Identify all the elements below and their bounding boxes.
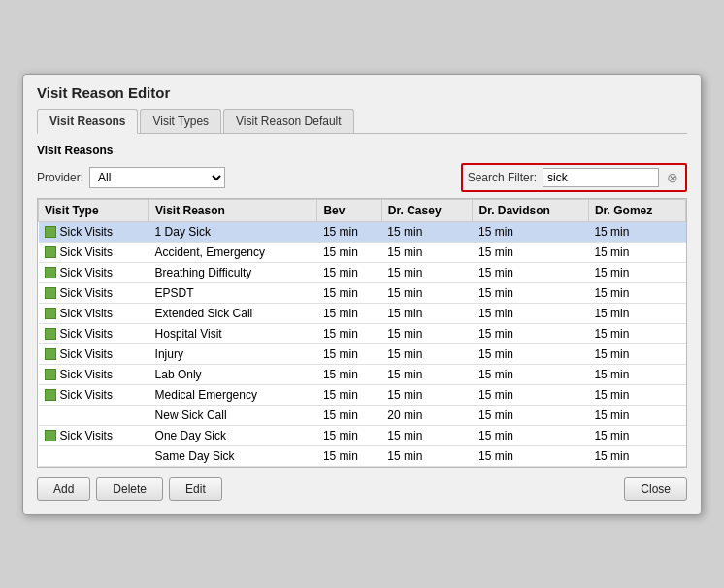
cell-bev: 15 min xyxy=(317,364,381,384)
cell-gomez: 15 min xyxy=(588,445,685,466)
col-visit-reason: Visit Reason xyxy=(149,199,317,221)
cell-gomez: 15 min xyxy=(588,242,685,262)
cell-davidson: 15 min xyxy=(473,303,588,323)
tab-visit-reasons[interactable]: Visit Reasons xyxy=(37,109,138,134)
table-row[interactable]: Same Day Sick15 min15 min15 min15 min xyxy=(39,445,686,466)
cell-bev: 15 min xyxy=(317,425,381,445)
col-casey: Dr. Casey xyxy=(381,199,473,221)
table-row[interactable]: Sick VisitsLab Only15 min15 min15 min15 … xyxy=(39,364,686,384)
visit-type-color-box xyxy=(45,287,56,299)
visit-type-label: Sick Visits xyxy=(60,368,113,381)
cell-bev: 15 min xyxy=(317,323,381,343)
cell-davidson: 15 min xyxy=(473,364,588,384)
cell-casey: 15 min xyxy=(381,303,473,323)
cell-davidson: 15 min xyxy=(473,343,588,364)
cell-visit-type: Sick Visits xyxy=(39,262,149,282)
cell-gomez: 15 min xyxy=(588,262,685,282)
right-buttons: Close xyxy=(624,477,687,501)
table-row[interactable]: Sick VisitsMedical Emergency15 min15 min… xyxy=(39,384,686,405)
cell-casey: 15 min xyxy=(381,445,473,466)
visit-type-color-box xyxy=(45,246,56,258)
cell-visit_reason: Injury xyxy=(149,343,317,364)
add-button[interactable]: Add xyxy=(37,477,90,501)
cell-davidson: 15 min xyxy=(473,445,588,466)
cell-gomez: 15 min xyxy=(588,364,685,384)
cell-visit-type xyxy=(39,445,149,466)
cell-visit_reason: Breathing Difficulty xyxy=(149,262,317,282)
cell-bev: 15 min xyxy=(317,445,381,466)
cell-visit_reason: Medical Emergency xyxy=(149,384,317,405)
visit-type-color-box xyxy=(45,389,56,401)
delete-button[interactable]: Delete xyxy=(96,477,163,501)
cell-visit-type: Sick Visits xyxy=(39,364,149,384)
cell-casey: 15 min xyxy=(381,384,473,405)
table-row[interactable]: Sick VisitsBreathing Difficulty15 min15 … xyxy=(39,262,686,282)
cell-visit_reason: 1 Day Sick xyxy=(149,221,317,242)
cell-casey: 20 min xyxy=(381,405,473,425)
cell-davidson: 15 min xyxy=(473,242,588,262)
table-row[interactable]: New Sick Call15 min20 min15 min15 min xyxy=(39,405,686,425)
cell-visit-type: Sick Visits xyxy=(39,221,149,242)
cell-visit-type: Sick Visits xyxy=(39,343,149,364)
col-gomez: Dr. Gomez xyxy=(588,199,685,221)
cell-casey: 15 min xyxy=(381,323,473,343)
table-header-row: Visit Type Visit Reason Bev Dr. Casey Dr… xyxy=(39,199,686,221)
col-visit-type: Visit Type xyxy=(39,199,149,221)
cell-visit_reason: EPSDT xyxy=(149,282,317,303)
visit-type-label: Sick Visits xyxy=(60,388,113,402)
table-row[interactable]: Sick VisitsOne Day Sick15 min15 min15 mi… xyxy=(39,425,686,445)
cell-bev: 15 min xyxy=(317,343,381,364)
table-row[interactable]: Sick VisitsExtended Sick Call15 min15 mi… xyxy=(39,303,686,323)
tab-bar: Visit Reasons Visit Types Visit Reason D… xyxy=(37,109,687,134)
tab-visit-types[interactable]: Visit Types xyxy=(140,109,221,133)
table-row[interactable]: Sick VisitsAccident, Emergency15 min15 m… xyxy=(39,242,686,262)
visit-reasons-table-container: Visit Type Visit Reason Bev Dr. Casey Dr… xyxy=(37,198,687,468)
visit-type-color-box xyxy=(45,348,56,360)
cell-visit_reason: Lab Only xyxy=(149,364,317,384)
cell-casey: 15 min xyxy=(381,242,473,262)
cell-gomez: 15 min xyxy=(588,221,685,242)
cell-davidson: 15 min xyxy=(473,323,588,343)
tab-visit-reason-default[interactable]: Visit Reason Default xyxy=(223,109,354,133)
cell-casey: 15 min xyxy=(381,364,473,384)
visit-type-label: Sick Visits xyxy=(60,225,113,239)
section-title: Visit Reasons xyxy=(37,144,687,157)
cell-visit-type xyxy=(39,405,149,425)
table-row[interactable]: Sick VisitsEPSDT15 min15 min15 min15 min xyxy=(39,282,686,303)
cell-casey: 15 min xyxy=(381,425,473,445)
cell-davidson: 15 min xyxy=(473,384,588,405)
col-bev: Bev xyxy=(317,199,381,221)
cell-visit-type: Sick Visits xyxy=(39,303,149,323)
cell-davidson: 15 min xyxy=(473,221,588,242)
close-button[interactable]: Close xyxy=(624,477,687,501)
visit-type-label: Sick Visits xyxy=(60,327,113,341)
search-filter-row: Search Filter: ⊗ xyxy=(461,163,687,192)
table-row[interactable]: Sick Visits1 Day Sick15 min15 min15 min1… xyxy=(39,221,686,242)
visit-type-color-box xyxy=(45,369,56,380)
cell-bev: 15 min xyxy=(317,221,381,242)
table-row[interactable]: Sick VisitsHospital Visit15 min15 min15 … xyxy=(39,323,686,343)
provider-label: Provider: xyxy=(37,171,83,184)
table-row[interactable]: Sick VisitsInjury15 min15 min15 min15 mi… xyxy=(39,343,686,364)
visit-type-color-box xyxy=(45,226,56,238)
cell-davidson: 15 min xyxy=(473,282,588,303)
search-input[interactable] xyxy=(543,168,659,187)
cell-gomez: 15 min xyxy=(588,425,685,445)
cell-bev: 15 min xyxy=(317,405,381,425)
provider-select[interactable]: All xyxy=(89,167,225,188)
cell-bev: 15 min xyxy=(317,384,381,405)
cell-gomez: 15 min xyxy=(588,303,685,323)
cell-visit-type: Sick Visits xyxy=(39,323,149,343)
bottom-buttons: Add Delete Edit Close xyxy=(37,477,687,501)
cell-bev: 15 min xyxy=(317,242,381,262)
visit-type-color-box xyxy=(45,430,56,441)
cell-visit-type: Sick Visits xyxy=(39,425,149,445)
provider-row: Provider: All xyxy=(37,167,225,188)
edit-button[interactable]: Edit xyxy=(169,477,222,501)
cell-visit_reason: Hospital Visit xyxy=(149,323,317,343)
visit-reason-editor-dialog: Visit Reason Editor Visit Reasons Visit … xyxy=(22,74,702,515)
clear-search-button[interactable]: ⊗ xyxy=(665,171,680,184)
cell-davidson: 15 min xyxy=(473,262,588,282)
visit-type-label: Sick Visits xyxy=(60,245,113,259)
visit-type-color-box xyxy=(45,328,56,340)
